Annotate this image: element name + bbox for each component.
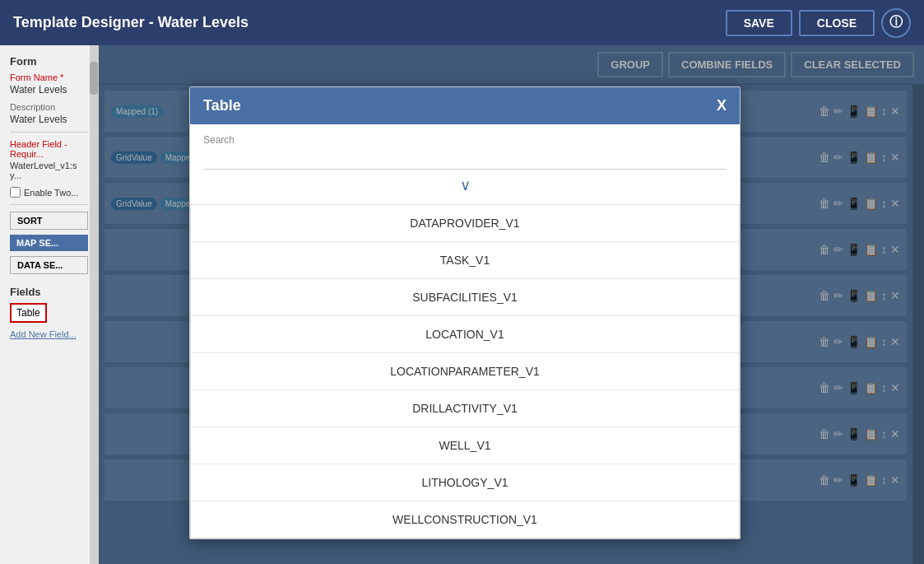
dropdown-item[interactable]: DATAPROVIDER_V1 (191, 205, 739, 242)
sort-button[interactable]: SORT (10, 212, 88, 230)
sidebar-scroll-thumb (90, 62, 98, 95)
modal-body: Search ∨ (190, 124, 740, 204)
sidebar: Form Form Name * Water Levels Descriptio… (0, 45, 99, 564)
info-button[interactable]: ⓘ (881, 8, 911, 38)
enable-two-label: Enable Two... (24, 188, 78, 198)
divider-2 (10, 204, 88, 205)
dropdown-item[interactable]: SUBFACILITIES_V1 (191, 279, 739, 316)
dropdown-item[interactable]: LOCATIONPARAMETER_V1 (191, 353, 739, 390)
add-new-field-link[interactable]: Add New Field... (10, 329, 88, 339)
dropdown-item[interactable]: TASK_V1 (191, 242, 739, 279)
dropdown-item[interactable]: WELL_V1 (191, 427, 739, 464)
sidebar-scrollbar[interactable] (90, 45, 98, 564)
enable-two-checkbox[interactable] (10, 187, 21, 198)
close-header-button[interactable]: CLOSE (799, 10, 875, 36)
search-input[interactable] (203, 149, 727, 170)
form-section-title: Form (10, 55, 88, 68)
form-name-value: Water Levels (10, 84, 88, 96)
dropdown-item[interactable]: LOCATION_V1 (191, 316, 739, 353)
dropdown-list-wrapper: DATAPROVIDER_V1TASK_V1SUBFACILITIES_V1LO… (190, 204, 740, 538)
header-field-label: Header Field - Requir... (10, 139, 88, 159)
save-button[interactable]: SAVE (726, 10, 792, 36)
dropdown-item[interactable]: LITHOLOGY_V1 (191, 464, 739, 501)
table-modal: Table X Search ∨ DATAPROVIDER_V1TASK_V1S… (189, 86, 741, 539)
modal-title: Table (203, 97, 241, 114)
right-area: GROUP COMBINE FIELDS CLEAR SELECTED Mapp… (99, 45, 924, 564)
header-bar: Template Designer - Water Levels SAVE CL… (0, 0, 924, 45)
info-icon: ⓘ (889, 14, 903, 31)
modal-close-button[interactable]: X (717, 97, 727, 114)
dropdown-item[interactable]: WELLCONSTRUCTION_V1 (191, 501, 739, 538)
search-label: Search (203, 134, 727, 146)
form-name-label: Form Name * (10, 72, 88, 82)
chevron-icon: ∨ (203, 176, 727, 194)
header-field-value: WaterLevel_v1:sy... (10, 161, 88, 180)
data-se-button[interactable]: DATA SE... (10, 256, 88, 274)
enable-two-row: Enable Two... (10, 187, 88, 198)
main-layout: Form Form Name * Water Levels Descriptio… (0, 45, 924, 564)
fields-section-title: Fields (10, 286, 88, 298)
description-label: Description (10, 102, 88, 112)
fields-section: Fields Table Add New Field... (10, 286, 88, 339)
divider-1 (10, 132, 88, 133)
map-se-button[interactable]: MAP SE... (10, 235, 88, 251)
dropdown-item[interactable]: DRILLACTIVITY_V1 (191, 390, 739, 427)
modal-header: Table X (190, 87, 740, 124)
dropdown-list: DATAPROVIDER_V1TASK_V1SUBFACILITIES_V1LO… (190, 204, 740, 538)
app-title: Template Designer - Water Levels (13, 14, 248, 31)
header-actions: SAVE CLOSE ⓘ (726, 8, 911, 38)
chevron-down-icon: ∨ (460, 177, 471, 193)
description-value: Water Levels (10, 114, 88, 125)
table-field-item[interactable]: Table (10, 303, 47, 323)
